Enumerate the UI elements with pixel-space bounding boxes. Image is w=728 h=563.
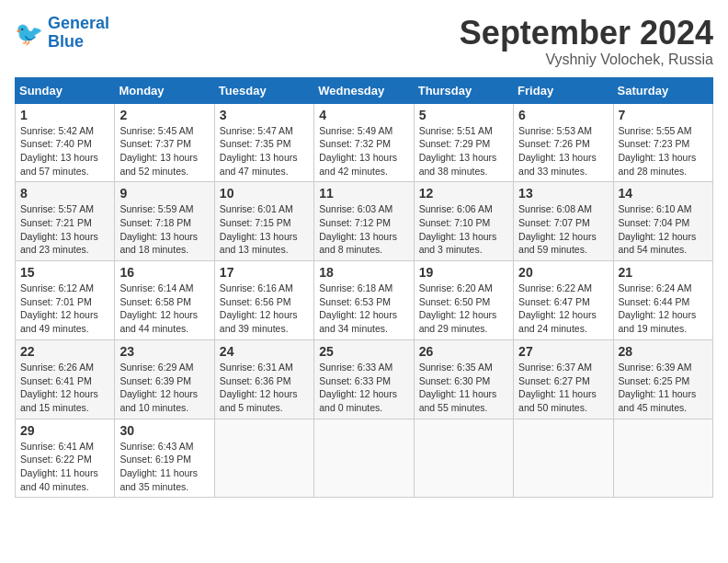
day-number: 10	[220, 186, 309, 201]
day-number: 27	[518, 344, 608, 359]
day-number: 6	[518, 108, 608, 122]
table-row: 26 Sunrise: 6:35 AMSunset: 6:30 PMDaylig…	[414, 339, 513, 419]
table-row: 1 Sunrise: 5:42 AMSunset: 7:40 PMDayligh…	[16, 103, 115, 182]
day-info: Sunrise: 5:55 AMSunset: 7:23 PMDaylight:…	[619, 124, 708, 178]
day-info: Sunrise: 6:18 AMSunset: 6:53 PMDaylight:…	[319, 282, 408, 336]
day-number: 11	[319, 186, 408, 201]
day-info: Sunrise: 6:16 AMSunset: 6:56 PMDaylight:…	[220, 282, 309, 336]
table-row: 12 Sunrise: 6:06 AMSunset: 7:10 PMDaylig…	[414, 182, 513, 261]
day-number: 2	[119, 108, 209, 122]
day-number: 16	[119, 265, 209, 280]
calendar-week-row: 22 Sunrise: 6:26 AMSunset: 6:41 PMDaylig…	[16, 339, 713, 419]
day-number: 3	[220, 108, 309, 122]
day-number: 12	[419, 186, 508, 201]
table-row: 18 Sunrise: 6:18 AMSunset: 6:53 PMDaylig…	[314, 261, 414, 340]
table-row: 5 Sunrise: 5:51 AMSunset: 7:29 PMDayligh…	[414, 103, 513, 182]
table-row: 3 Sunrise: 5:47 AMSunset: 7:35 PMDayligh…	[214, 103, 313, 182]
day-number: 22	[20, 344, 109, 359]
day-info: Sunrise: 5:42 AMSunset: 7:40 PMDaylight:…	[20, 124, 109, 178]
header-tuesday: Tuesday	[214, 77, 313, 103]
day-number: 8	[20, 186, 109, 201]
day-number: 25	[319, 344, 408, 359]
day-number: 29	[20, 423, 109, 438]
table-row: 7 Sunrise: 5:55 AMSunset: 7:23 PMDayligh…	[613, 103, 712, 182]
header-saturday: Saturday	[613, 77, 712, 103]
day-number: 5	[419, 108, 508, 122]
header-monday: Monday	[115, 77, 214, 103]
table-row: 17 Sunrise: 6:16 AMSunset: 6:56 PMDaylig…	[214, 261, 313, 340]
table-row: 24 Sunrise: 6:31 AMSunset: 6:36 PMDaylig…	[214, 339, 313, 419]
header-sunday: Sunday	[16, 77, 115, 103]
day-info: Sunrise: 6:37 AMSunset: 6:27 PMDaylight:…	[518, 361, 608, 415]
day-info: Sunrise: 6:43 AMSunset: 6:19 PMDaylight:…	[119, 440, 209, 494]
table-row: 9 Sunrise: 5:59 AMSunset: 7:18 PMDayligh…	[115, 182, 214, 261]
day-number: 18	[319, 265, 408, 280]
day-info: Sunrise: 6:20 AMSunset: 6:50 PMDaylight:…	[419, 282, 508, 336]
table-row: 19 Sunrise: 6:20 AMSunset: 6:50 PMDaylig…	[414, 261, 513, 340]
day-number: 30	[119, 423, 209, 438]
calendar-table: Sunday Monday Tuesday Wednesday Thursday…	[15, 77, 713, 499]
table-row: 21 Sunrise: 6:24 AMSunset: 6:44 PMDaylig…	[613, 261, 712, 340]
table-row: 4 Sunrise: 5:49 AMSunset: 7:32 PMDayligh…	[314, 103, 414, 182]
table-row	[314, 419, 414, 498]
calendar-week-row: 29 Sunrise: 6:41 AMSunset: 6:22 PMDaylig…	[16, 419, 713, 498]
day-number: 23	[119, 344, 209, 359]
day-number: 15	[20, 265, 109, 280]
table-row: 25 Sunrise: 6:33 AMSunset: 6:33 PMDaylig…	[314, 339, 414, 419]
day-info: Sunrise: 5:47 AMSunset: 7:35 PMDaylight:…	[220, 124, 309, 178]
day-info: Sunrise: 5:59 AMSunset: 7:18 PMDaylight:…	[119, 202, 209, 257]
day-info: Sunrise: 6:01 AMSunset: 7:15 PMDaylight:…	[220, 202, 309, 257]
day-number: 4	[319, 108, 408, 122]
day-info: Sunrise: 6:03 AMSunset: 7:12 PMDaylight:…	[319, 202, 408, 257]
table-row: 8 Sunrise: 5:57 AMSunset: 7:21 PMDayligh…	[16, 182, 115, 261]
calendar-week-row: 8 Sunrise: 5:57 AMSunset: 7:21 PMDayligh…	[16, 182, 713, 261]
table-row: 11 Sunrise: 6:03 AMSunset: 7:12 PMDaylig…	[314, 182, 414, 261]
day-number: 13	[518, 186, 608, 201]
day-number: 7	[619, 108, 708, 122]
table-row: 22 Sunrise: 6:26 AMSunset: 6:41 PMDaylig…	[16, 339, 115, 419]
day-info: Sunrise: 6:39 AMSunset: 6:25 PMDaylight:…	[619, 361, 708, 415]
logo-icon: 🐦	[15, 18, 44, 48]
table-row: 28 Sunrise: 6:39 AMSunset: 6:25 PMDaylig…	[613, 339, 712, 419]
logo: 🐦 GeneralBlue	[15, 15, 109, 52]
day-number: 14	[619, 186, 708, 201]
day-info: Sunrise: 5:57 AMSunset: 7:21 PMDaylight:…	[20, 202, 109, 257]
day-info: Sunrise: 6:06 AMSunset: 7:10 PMDaylight:…	[419, 202, 508, 257]
day-number: 26	[419, 344, 508, 359]
table-row: 13 Sunrise: 6:08 AMSunset: 7:07 PMDaylig…	[514, 182, 613, 261]
header-wednesday: Wednesday	[314, 77, 414, 103]
day-info: Sunrise: 6:24 AMSunset: 6:44 PMDaylight:…	[619, 282, 708, 336]
table-row: 10 Sunrise: 6:01 AMSunset: 7:15 PMDaylig…	[214, 182, 313, 261]
day-info: Sunrise: 5:49 AMSunset: 7:32 PMDaylight:…	[319, 124, 408, 178]
location: Vyshniy Volochek, Russia	[460, 52, 713, 68]
table-row	[514, 419, 613, 498]
day-info: Sunrise: 6:08 AMSunset: 7:07 PMDaylight:…	[518, 202, 608, 257]
logo-text: GeneralBlue	[48, 15, 109, 52]
day-info: Sunrise: 6:31 AMSunset: 6:36 PMDaylight:…	[220, 361, 309, 415]
table-row	[214, 419, 313, 498]
table-row: 30 Sunrise: 6:43 AMSunset: 6:19 PMDaylig…	[115, 419, 214, 498]
day-number: 20	[518, 265, 608, 280]
table-row: 29 Sunrise: 6:41 AMSunset: 6:22 PMDaylig…	[16, 419, 115, 498]
table-row: 20 Sunrise: 6:22 AMSunset: 6:47 PMDaylig…	[514, 261, 613, 340]
day-number: 24	[220, 344, 309, 359]
day-number: 28	[619, 344, 708, 359]
day-info: Sunrise: 6:12 AMSunset: 7:01 PMDaylight:…	[20, 282, 109, 336]
day-info: Sunrise: 6:26 AMSunset: 6:41 PMDaylight:…	[20, 361, 109, 415]
calendar-week-row: 1 Sunrise: 5:42 AMSunset: 7:40 PMDayligh…	[16, 103, 713, 182]
table-row: 14 Sunrise: 6:10 AMSunset: 7:04 PMDaylig…	[613, 182, 712, 261]
day-info: Sunrise: 6:22 AMSunset: 6:47 PMDaylight:…	[518, 282, 608, 336]
day-info: Sunrise: 5:45 AMSunset: 7:37 PMDaylight:…	[119, 124, 209, 178]
day-number: 19	[419, 265, 508, 280]
table-row	[414, 419, 513, 498]
calendar-week-row: 15 Sunrise: 6:12 AMSunset: 7:01 PMDaylig…	[16, 261, 713, 340]
weekday-header-row: Sunday Monday Tuesday Wednesday Thursday…	[16, 77, 713, 103]
table-row: 16 Sunrise: 6:14 AMSunset: 6:58 PMDaylig…	[115, 261, 214, 340]
day-info: Sunrise: 6:29 AMSunset: 6:39 PMDaylight:…	[119, 361, 209, 415]
table-row: 15 Sunrise: 6:12 AMSunset: 7:01 PMDaylig…	[16, 261, 115, 340]
svg-text:🐦: 🐦	[15, 19, 44, 48]
day-number: 17	[220, 265, 309, 280]
table-row: 27 Sunrise: 6:37 AMSunset: 6:27 PMDaylig…	[514, 339, 613, 419]
table-row	[613, 419, 712, 498]
day-info: Sunrise: 6:14 AMSunset: 6:58 PMDaylight:…	[119, 282, 209, 336]
